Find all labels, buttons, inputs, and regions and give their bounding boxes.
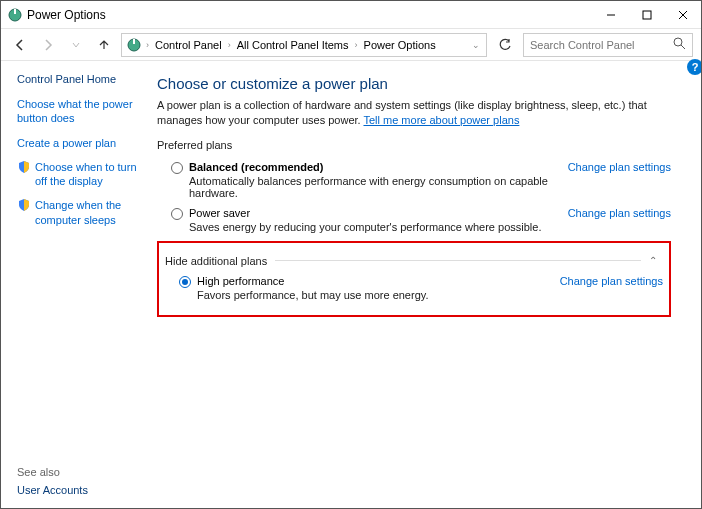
- shield-icon: [17, 198, 31, 212]
- plan-name[interactable]: Power saver: [189, 207, 568, 219]
- forward-button[interactable]: [37, 34, 59, 56]
- task-display-off[interactable]: Choose when to turn off the display: [35, 160, 143, 189]
- chevron-up-icon: ⌃: [649, 255, 663, 266]
- main-content: Choose or customize a power plan A power…: [151, 61, 701, 508]
- page-description: A power plan is a collection of hardware…: [157, 98, 671, 129]
- svg-rect-3: [643, 11, 651, 19]
- breadcrumb-item[interactable]: Control Panel: [153, 39, 224, 51]
- radio-power-saver[interactable]: [171, 208, 183, 220]
- task-create-plan[interactable]: Create a power plan: [17, 136, 143, 150]
- address-bar: › Control Panel › All Control Panel Item…: [1, 29, 701, 61]
- learn-more-link[interactable]: Tell me more about power plans: [363, 114, 519, 126]
- see-also-label: See also: [17, 466, 88, 478]
- plan-balanced: Balanced (recommended) Automatically bal…: [157, 157, 671, 203]
- hide-label: Hide additional plans: [165, 255, 267, 267]
- up-button[interactable]: [93, 34, 115, 56]
- breadcrumb-bar[interactable]: › Control Panel › All Control Panel Item…: [121, 33, 487, 57]
- breadcrumb-item[interactable]: Power Options: [362, 39, 438, 51]
- plan-desc: Automatically balances performance with …: [189, 175, 568, 199]
- refresh-button[interactable]: [493, 33, 517, 57]
- chevron-right-icon: ›: [144, 40, 151, 50]
- plan-power-saver: Power saver Saves energy by reducing you…: [157, 203, 671, 237]
- plan-high-performance: High performance Favors performance, but…: [165, 271, 663, 305]
- breadcrumb-item[interactable]: All Control Panel Items: [235, 39, 351, 51]
- chevron-right-icon: ›: [353, 40, 360, 50]
- svg-point-8: [674, 38, 682, 46]
- change-plan-settings-link[interactable]: Change plan settings: [560, 275, 663, 287]
- plan-name[interactable]: High performance: [197, 275, 560, 287]
- maximize-button[interactable]: [629, 1, 665, 29]
- power-options-icon: [7, 7, 23, 23]
- help-hint-icon[interactable]: ?: [687, 59, 702, 75]
- shield-icon: [17, 160, 31, 174]
- radio-high-performance[interactable]: [179, 276, 191, 288]
- highlighted-section: Hide additional plans ⌃ High performance…: [157, 241, 671, 317]
- chevron-right-icon: ›: [226, 40, 233, 50]
- user-accounts-link[interactable]: User Accounts: [17, 484, 88, 496]
- search-box[interactable]: [523, 33, 693, 57]
- recent-dropdown[interactable]: [65, 34, 87, 56]
- window-title: Power Options: [27, 8, 106, 22]
- chevron-down-icon[interactable]: ⌄: [472, 40, 482, 50]
- svg-rect-7: [133, 39, 135, 44]
- plan-desc: Saves energy by reducing your computer's…: [189, 221, 568, 233]
- change-plan-settings-link[interactable]: Change plan settings: [568, 161, 671, 173]
- task-power-button[interactable]: Choose what the power button does: [17, 97, 143, 126]
- back-button[interactable]: [9, 34, 31, 56]
- search-input[interactable]: [530, 39, 673, 51]
- minimize-button[interactable]: [593, 1, 629, 29]
- preferred-plans-label: Preferred plans: [157, 139, 671, 151]
- radio-balanced[interactable]: [171, 162, 183, 174]
- title-bar: Power Options: [1, 1, 701, 29]
- plan-desc: Favors performance, but may use more ene…: [197, 289, 560, 301]
- svg-rect-1: [14, 9, 16, 14]
- task-sleep[interactable]: Change when the computer sleeps: [35, 198, 143, 227]
- change-plan-settings-link[interactable]: Change plan settings: [568, 207, 671, 219]
- power-options-icon: [126, 37, 142, 53]
- sidebar: Control Panel Home Choose what the power…: [1, 61, 151, 508]
- close-button[interactable]: [665, 1, 701, 29]
- plan-name[interactable]: Balanced (recommended): [189, 161, 568, 173]
- page-heading: Choose or customize a power plan: [157, 75, 671, 92]
- hide-additional-plans-toggle[interactable]: Hide additional plans ⌃: [165, 251, 663, 271]
- control-panel-home-link[interactable]: Control Panel Home: [17, 73, 143, 85]
- search-icon[interactable]: [673, 37, 686, 52]
- svg-line-9: [681, 45, 685, 49]
